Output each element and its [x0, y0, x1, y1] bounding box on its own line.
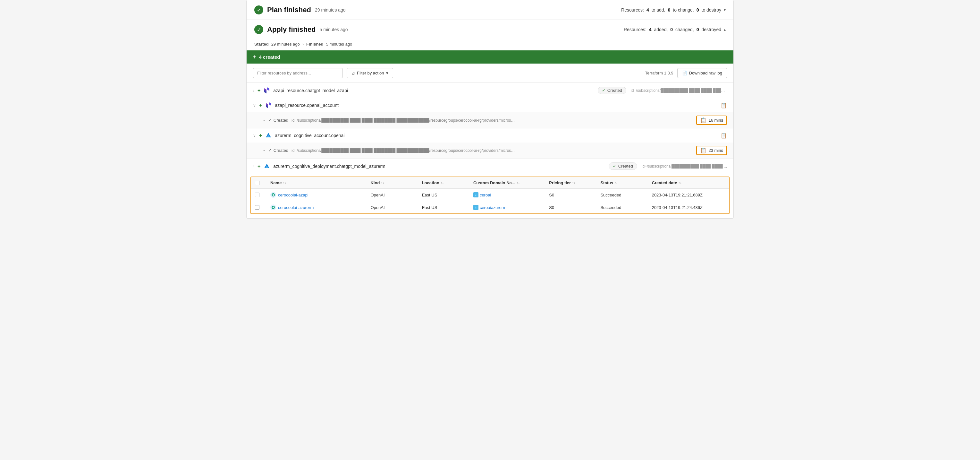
table-row: ⊕ cerocoolai-azurerm OpenAI East US 💧 ce…: [251, 201, 729, 214]
timeline-finished-time: 5 minutes ago: [326, 42, 352, 46]
td-date-1: 2023-04-13T19:21:21.689Z: [652, 193, 725, 197]
td-date-2: 2023-04-13T19:21:24.436Z: [652, 205, 725, 210]
sub-created-badge-openai-account: ✓ Created: [268, 118, 288, 123]
domain-icon-2: 💧: [473, 205, 479, 210]
azure-icon-cognitive-account: [265, 132, 272, 139]
expand-icon-chatgpt-azapi[interactable]: ›: [253, 88, 254, 93]
th-location-label: Location: [422, 180, 439, 185]
sort-pricing-icon[interactable]: ↑↓: [572, 181, 575, 185]
filter-funnel-icon: ⊿: [352, 70, 355, 75]
resource-plus-icon-3: +: [259, 133, 262, 138]
row1-checkbox[interactable]: [255, 193, 259, 197]
plan-time: 29 minutes ago: [315, 7, 346, 13]
created-plus-icon: +: [253, 54, 256, 60]
th-created-date: Created date ↑↓: [652, 180, 725, 185]
plan-to-destroy-count: 0: [697, 7, 699, 13]
id-text-chatgpt-azapi: id=/subscriptions/██████████ ████ ████ █…: [631, 88, 727, 93]
expand-icon-cognitive-deployment[interactable]: ›: [253, 164, 254, 169]
sort-kind-icon[interactable]: ↑↓: [381, 181, 384, 185]
sub-created-label-2: Created: [274, 148, 288, 153]
plan-to-change-label: to change,: [673, 7, 694, 13]
edit-icon-openai-account[interactable]: 📋: [721, 102, 727, 109]
page-wrapper: ✓ Plan finished 29 minutes ago Resources…: [246, 0, 734, 219]
table-row: ⊕ cerocoolai-azapi OpenAI East US 💧 cero…: [251, 189, 729, 201]
svg-marker-1: [267, 87, 269, 91]
plan-section: ✓ Plan finished 29 minutes ago Resources…: [247, 0, 733, 20]
resource-row-cognitive-account: ∨ + azurerm_cognitive_account.openai 📋: [247, 128, 733, 142]
td-status-1: Succeeded: [600, 193, 649, 197]
edit-icon-cognitive-account[interactable]: 📋: [721, 133, 727, 139]
id-text-cognitive-deployment: id=/subscriptions/██████████ ████ ████ .…: [642, 164, 727, 169]
sub-row-cognitive-account: ● ✓ Created id=/subscriptions/██████████…: [247, 142, 733, 158]
row2-name: cerocoolai-azurerm: [278, 205, 313, 210]
td-name-2[interactable]: ⊕ cerocoolai-azurerm: [270, 204, 368, 210]
apply-added-count: 4: [649, 27, 652, 32]
apply-chevron-up-icon[interactable]: ▴: [724, 27, 726, 32]
row2-checkbox[interactable]: [255, 205, 259, 209]
apply-added-label: added,: [654, 27, 668, 32]
timeline-bar: Started 29 minutes ago › Finished 5 minu…: [247, 39, 733, 50]
plan-chevron-down-icon[interactable]: ▾: [724, 8, 726, 12]
resource-plus-icon: +: [258, 88, 260, 93]
th-kind: Kind ↑↓: [371, 180, 419, 185]
td-checkbox-2: [255, 205, 268, 209]
apply-check-icon: ✓: [254, 25, 263, 34]
download-raw-log-button[interactable]: 📄 Download raw log: [677, 68, 727, 78]
timer-value-16: 16 mins: [708, 118, 723, 123]
sub-row-openai-account: ● ✓ Created id=/subscriptions/██████████…: [247, 112, 733, 128]
sort-location-icon[interactable]: ↑↓: [441, 181, 444, 185]
filter-by-action-button[interactable]: ⊿ Filter by action ▾: [347, 68, 393, 78]
download-label: Download raw log: [689, 70, 722, 75]
td-domain-1[interactable]: 💧 ceroai: [473, 192, 546, 197]
timeline-started-time: 29 minutes ago: [271, 42, 300, 46]
plan-to-change-count: 0: [668, 7, 671, 13]
apply-resources-label: Resources:: [624, 27, 646, 32]
td-pricing-1: S0: [549, 193, 598, 197]
terraform-icon-chatgpt-azapi: [264, 87, 270, 94]
apply-destroyed-count: 0: [697, 27, 699, 32]
resource-row-chatgpt-azapi: › + azapi_resource.chatgpt_model_azapi ✓…: [247, 83, 733, 98]
sort-domain-icon[interactable]: ↑↓: [517, 181, 520, 185]
apply-header: ✓ Apply finished 5 minutes ago Resources…: [247, 20, 733, 39]
filter-address-input[interactable]: [253, 68, 343, 78]
openai-link-icon-1: ⊕: [270, 192, 276, 198]
td-domain-2[interactable]: 💧 ceroaiazurerm: [473, 205, 546, 210]
svg-marker-4: [269, 102, 271, 105]
th-status: Status ↑↓: [600, 180, 649, 185]
sort-status-icon[interactable]: ↑↓: [614, 181, 617, 185]
sub-created-label: Created: [274, 118, 288, 123]
expand-icon-cognitive-account[interactable]: ∨: [253, 133, 256, 138]
resource-name-chatgpt-azapi: azapi_resource.chatgpt_model_azapi: [273, 88, 594, 93]
plan-to-add-count: 4: [646, 7, 649, 13]
filter-right: Terraform 1.3.9 📄 Download raw log: [645, 68, 727, 78]
domain-icon-1: 💧: [473, 192, 479, 197]
filter-chevron-down-icon: ▾: [386, 70, 388, 75]
td-checkbox-1: [255, 193, 268, 197]
th-checkbox: [255, 181, 268, 185]
td-pricing-2: S0: [549, 205, 598, 210]
th-name-label: Name: [270, 180, 282, 185]
check-icon: ✓: [602, 88, 605, 93]
td-name-1[interactable]: ⊕ cerocoolai-azapi: [270, 192, 368, 198]
timeline-finished-label: Finished: [306, 42, 323, 46]
td-status-2: Succeeded: [600, 205, 649, 210]
plan-resources: Resources: 4 to add, 0 to change, 0 to d…: [621, 7, 726, 13]
resource-name-openai-account: azapi_resource.openai_account: [275, 103, 718, 108]
sort-date-icon[interactable]: ↑↓: [678, 181, 681, 185]
resource-row-openai-account: ∨ + azapi_resource.openai_account 📋: [247, 98, 733, 112]
created-badge-cognitive-deployment: ✓ Created: [609, 163, 637, 170]
bullet-icon: ●: [263, 119, 265, 121]
th-kind-label: Kind: [371, 180, 380, 185]
td-location-1: East US: [422, 193, 471, 197]
apply-resources: Resources: 4 added, 0 changed, 0 destroy…: [624, 27, 726, 32]
header-checkbox[interactable]: [255, 181, 259, 185]
plan-title: Plan finished: [267, 6, 311, 14]
expand-icon-openai-account[interactable]: ∨: [253, 103, 256, 107]
resource-name-cognitive-deployment: azurerm_cognitive_deployment.chatgpt_mod…: [273, 164, 605, 169]
filter-by-action-label: Filter by action: [357, 70, 384, 75]
plan-to-destroy-label: to destroy: [702, 7, 721, 13]
apply-section: ✓ Apply finished 5 minutes ago Resources…: [247, 20, 733, 218]
sort-name-icon[interactable]: ↑↓: [283, 181, 286, 185]
check-icon-sub: ✓: [268, 118, 272, 123]
apply-destroyed-label: destroyed: [702, 27, 721, 32]
